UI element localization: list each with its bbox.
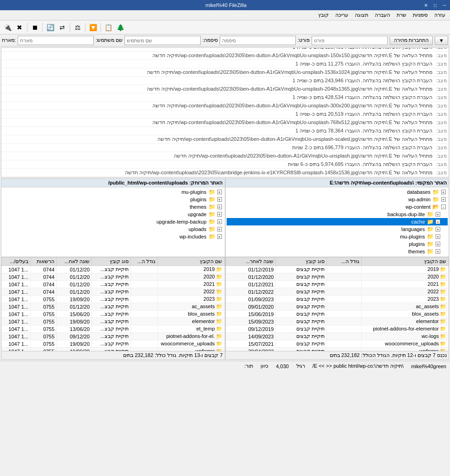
- user-input[interactable]: [124, 36, 201, 45]
- remote-file-row[interactable]: 📁2023 תיקיית קבצים 01/09/2023: [226, 296, 449, 303]
- local-file-row[interactable]: 📁ac_assets תיקיית קבצ... 01/12/20 0755 .…: [2, 303, 225, 311]
- maximize-button[interactable]: □: [431, 2, 439, 8]
- remote-tree[interactable]: + 📁 databases + 📁 wp-admin - 📂 wp-conten…: [226, 187, 449, 257]
- menu-help[interactable]: עזרה: [431, 11, 448, 19]
- filter-toolbar-btn[interactable]: 🔽: [87, 22, 98, 33]
- col-size-local[interactable]: גודל ה...: [131, 258, 158, 266]
- col-date-remote[interactable]: שונה לאחר...: [226, 258, 276, 266]
- local-tree-item-plugins[interactable]: + 📁 plugins: [2, 196, 224, 203]
- local-file-row[interactable]: 📁.piotnet-addons-for-el תיקיית קבצ... 09…: [2, 333, 225, 340]
- expand-local-upgrade-temp[interactable]: +: [217, 219, 222, 224]
- remote-tree-item-backups[interactable]: + 📁 backups-dup-lite: [227, 211, 448, 218]
- expand-wp-admin[interactable]: +: [441, 197, 446, 202]
- local-file-row[interactable]: 📁2021 תיקיית קבצ... 01/12/20 0744 ...1 1…: [2, 281, 225, 288]
- remote-file-type: תיקיית קבצים: [276, 318, 326, 325]
- remote-file-row[interactable]: 📁2020 תיקיית קבצים 01/12/2020: [226, 273, 449, 281]
- menu-file[interactable]: קובץ: [315, 11, 332, 19]
- expand-wp-content[interactable]: -: [441, 205, 446, 209]
- expand-cache[interactable]: +: [436, 219, 440, 224]
- col-perms-local[interactable]: הרשאות: [31, 258, 57, 266]
- expand-local-mu-plugins[interactable]: +: [217, 190, 222, 194]
- remote-file-row[interactable]: 📁2019 תיקיית קבצים 01/12/2019: [226, 266, 449, 273]
- status-queue: תור:: [244, 363, 253, 369]
- expand-languages[interactable]: +: [436, 227, 440, 231]
- local-file-row[interactable]: 📁2023 תיקיית קבצ... 19/09/20 0755 ...1 1…: [2, 296, 225, 303]
- local-file-list[interactable]: שם הקובץ גודל ה... סוג קובץ שונה לאח... …: [1, 257, 225, 351]
- local-file-row[interactable]: 📁2020 תיקיית קבצ... 01/12/20 0744 ...1 1…: [2, 273, 225, 281]
- toggle-log-btn[interactable]: 📋: [103, 22, 114, 33]
- remote-tree-item-languages[interactable]: + 📁 languages: [227, 225, 448, 233]
- col-owner-local[interactable]: בעלים/...: [2, 258, 31, 266]
- local-file-row[interactable]: 📁2022 תיקיית קבצ... 01/12/20 0744 ...1 1…: [2, 288, 225, 296]
- remote-file-row[interactable]: 📁blox_assets תיקיית קבצים 15/06/2019: [226, 311, 449, 318]
- remote-file-row[interactable]: 📁wc-logs תיקיית קבצים 14/09/2023: [226, 333, 449, 340]
- expand-plugins[interactable]: +: [436, 242, 440, 246]
- col-name-remote[interactable]: שם הקובץ: [361, 258, 448, 266]
- expand-local-uploads[interactable]: +: [217, 227, 222, 231]
- local-tree-item-mu-plugins[interactable]: + 📁 mu-plugins: [2, 188, 224, 196]
- compare-toolbar-btn[interactable]: ⚖: [72, 22, 83, 33]
- local-file-row[interactable]: 📁et_temp תיקיית קבצ... 13/06/20 0755 ...…: [2, 325, 225, 333]
- local-file-row[interactable]: 📁blox_assets תיקיית קבצ... 15/06/20 0755…: [2, 311, 225, 318]
- local-tree[interactable]: + 📁 mu-plugins + 📁 plugins + 📁 themes + …: [1, 187, 225, 257]
- toggle-tree-btn[interactable]: 🌲: [115, 22, 126, 33]
- pass-label: סיסמה:: [202, 37, 218, 43]
- local-file-row[interactable]: 📁woocommerce_uploads תיקיית קבצ... 19/09…: [2, 340, 225, 348]
- col-type-remote[interactable]: סוג קובץ: [276, 258, 326, 266]
- host-input[interactable]: [18, 36, 94, 45]
- expand-backups[interactable]: +: [436, 212, 440, 217]
- remote-file-row[interactable]: 📁2021 תיקיית קבצים 01/12/2021: [226, 281, 449, 288]
- local-tree-item-uploads[interactable]: + 📁 uploads: [2, 225, 224, 233]
- remote-tree-item-wp-admin[interactable]: + 📁 wp-admin: [227, 196, 448, 203]
- sync-toolbar-btn[interactable]: ⇄: [57, 22, 68, 33]
- menu-view[interactable]: תצוגה: [352, 11, 371, 19]
- local-tree-item-upgrade-temp[interactable]: + 📁 upgrade-temp-backup: [2, 218, 224, 225]
- expand-local-upgrade[interactable]: +: [217, 212, 222, 217]
- expand-local-plugins[interactable]: +: [217, 197, 222, 202]
- expand-local-wp-includes[interactable]: +: [217, 234, 222, 239]
- col-name-local[interactable]: שם הקובץ: [157, 258, 224, 266]
- remote-file-row[interactable]: 📁woocommerce_uploads תיקיית קבצים 15/07/…: [226, 340, 449, 348]
- quickconnect-btn[interactable]: התחברות מהירה: [390, 36, 433, 45]
- close-button[interactable]: ✕: [422, 2, 430, 8]
- menu-bookmarks[interactable]: סימניות: [410, 11, 430, 19]
- port-input[interactable]: [312, 36, 388, 45]
- local-file-row[interactable]: 📁2019 תיקיית קבצ... 01/12/20 0744 ...1 1…: [2, 266, 225, 273]
- expand-databases[interactable]: +: [441, 190, 446, 194]
- local-file-row[interactable]: 📁elementor תיקיית קבצ... 19/09/20 0755 .…: [2, 318, 225, 325]
- remote-file-row[interactable]: 📁piotnet-addons-for-elementor תיקיית קבצ…: [226, 325, 449, 333]
- remote-tree-item-wp-content[interactable]: - 📂 wp-content: [227, 203, 448, 211]
- remote-file-row[interactable]: 📁2022 תיקיית קבצים 01/12/2022: [226, 288, 449, 296]
- remote-file-row[interactable]: 📁wpforms תיקיית קבצים 30/04/2023: [226, 348, 449, 351]
- connect-toolbar-btn[interactable]: 🔌: [2, 22, 13, 33]
- expand-mu-plugins[interactable]: +: [436, 234, 440, 239]
- col-size-remote[interactable]: גודל ה...: [326, 258, 361, 266]
- local-file-row[interactable]: 📁wpforms תיקיית קבצ... 19/09/20 0755 ...…: [2, 348, 225, 351]
- expand-local-themes[interactable]: +: [217, 205, 222, 209]
- col-type-local[interactable]: סוג קובץ: [92, 258, 131, 266]
- remote-tree-item-themes[interactable]: + 📁 themes: [227, 248, 448, 255]
- quickconnect-dropdown-btn[interactable]: ▼: [435, 36, 448, 45]
- remote-file-size: [326, 325, 361, 333]
- refresh-toolbar-btn[interactable]: 🔄: [45, 22, 56, 33]
- col-date-local[interactable]: שונה לאח...: [57, 258, 92, 266]
- remote-file-list[interactable]: שם הקובץ גודל ה... סוג קובץ שונה לאחר...…: [226, 257, 449, 351]
- expand-themes[interactable]: +: [436, 249, 440, 254]
- pass-input[interactable]: [220, 36, 296, 45]
- cancel-toolbar-btn[interactable]: ⏹: [29, 22, 40, 33]
- titlebar-controls-left[interactable]: ─ □ ✕: [422, 2, 448, 8]
- menu-edit[interactable]: עריכה: [333, 11, 351, 19]
- local-tree-item-upgrade[interactable]: + 📁 upgrade: [2, 211, 224, 218]
- menu-transfer[interactable]: העברה: [372, 11, 393, 19]
- minimize-button[interactable]: ─: [441, 2, 448, 8]
- local-tree-item-wp-includes[interactable]: + 📁 wp-includes: [2, 233, 224, 240]
- remote-tree-item-mu-plugins[interactable]: + 📁 mu-plugins: [227, 233, 448, 240]
- remote-tree-item-cache[interactable]: + 📁 cache: [227, 218, 448, 225]
- menu-server[interactable]: שרת: [394, 11, 409, 19]
- disconnect-toolbar-btn[interactable]: ✖: [14, 22, 25, 33]
- remote-tree-item-plugins[interactable]: + 📁 plugins: [227, 240, 448, 248]
- local-tree-item-themes[interactable]: + 📁 themes: [2, 203, 224, 211]
- remote-tree-item-databases[interactable]: + 📁 databases: [227, 188, 448, 196]
- remote-file-row[interactable]: 📁elementor תיקיית קבצים 15/09/2023: [226, 318, 449, 325]
- remote-file-row[interactable]: 📁ac_assets תיקיית קבצים 09/01/2020: [226, 303, 449, 311]
